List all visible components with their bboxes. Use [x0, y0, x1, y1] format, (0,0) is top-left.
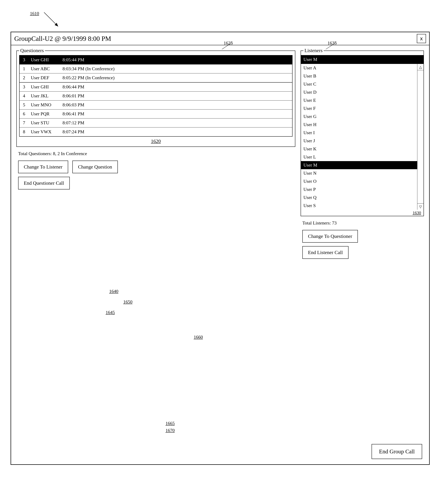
listener-item[interactable]: User A: [301, 64, 417, 72]
end-group-call-button[interactable]: End Group Call: [372, 444, 422, 459]
listener-item[interactable]: User N: [301, 169, 417, 177]
annot-1650: 1650: [123, 299, 132, 305]
end-group-call-area: End Group Call: [372, 444, 422, 459]
listener-item[interactable]: User B: [301, 72, 417, 80]
listener-item[interactable]: User E: [301, 96, 417, 104]
main-dialog: GroupCall-U2 @ 9/9/1999 8:00 PM x Questi…: [11, 32, 430, 465]
listener-item[interactable]: User J: [301, 137, 417, 145]
scroll-up-button[interactable]: △: [417, 64, 424, 70]
annot-1625: 1625: [224, 40, 233, 46]
change-to-questioner-button[interactable]: Change To Questioner: [302, 230, 358, 243]
questioner-buttons-row2: End Questioner Call: [16, 177, 295, 190]
svg-line-0: [44, 12, 58, 26]
listener-list: User AUser BUser CUser DUser EUser FUser…: [301, 64, 417, 210]
listener-item[interactable]: User S: [301, 202, 417, 210]
questioner-row[interactable]: 5 User MNO 8:06:03 PM: [20, 101, 292, 110]
annot-1635: 1635: [328, 40, 337, 46]
questioners-table: 3 User GHI 8:05:44 PM 1 User ABC 8:03:34…: [20, 56, 292, 136]
total-questioners: Total Questioners: 8, 2 In Conference: [16, 150, 295, 157]
listener-scroll-area: User AUser BUser CUser DUser EUser FUser…: [301, 64, 424, 210]
questioner-row[interactable]: 8 User VWX 8:07:24 PM: [20, 128, 292, 136]
main-content: Questioners 3 User GHI 8:05:44 PM 1 User…: [11, 45, 429, 463]
questioner-row[interactable]: 3 User GHI 8:05:44 PM: [20, 56, 292, 64]
questioner-row[interactable]: 2 User DEF 8:05:22 PM (In Conference): [20, 73, 292, 83]
questioner-row[interactable]: 4 User JKL 8:06:01 PM: [20, 92, 292, 101]
questioners-list-box: 3 User GHI 8:05:44 PM 1 User ABC 8:03:34…: [19, 55, 293, 137]
annot-1645: 1645: [106, 310, 115, 315]
listener-buttons-row2: End Listener Call: [301, 246, 424, 259]
questioner-row[interactable]: 1 User ABC 8:03:34 PM (In Conference): [20, 64, 292, 73]
listeners-section: Listeners User M User AUser BUser CUser …: [301, 50, 424, 216]
annot-1670: 1670: [166, 428, 175, 433]
annot-1640: 1640: [109, 289, 118, 294]
left-panel: Questioners 3 User GHI 8:05:44 PM 1 User…: [16, 50, 295, 460]
questioner-buttons-row1: Change To Listener Change Question: [16, 160, 295, 173]
questioners-label: Questioners: [19, 48, 45, 53]
listener-item[interactable]: User O: [301, 177, 417, 185]
close-button[interactable]: x: [417, 34, 426, 43]
listener-item[interactable]: User K: [301, 145, 417, 153]
title-bar: GroupCall-U2 @ 9/9/1999 8:00 PM x: [11, 32, 429, 45]
questioner-row[interactable]: 3 User GHI 8:06:44 PM: [20, 82, 292, 92]
listener-item[interactable]: User C: [301, 80, 417, 88]
listener-item[interactable]: User H: [301, 121, 417, 129]
listener-item[interactable]: User D: [301, 88, 417, 96]
end-listener-call-button[interactable]: End Listener Call: [302, 246, 349, 259]
scroll-bar: △ ▽: [417, 64, 424, 210]
end-questioner-call-button[interactable]: End Questioner Call: [18, 177, 70, 190]
listener-item[interactable]: User G: [301, 112, 417, 121]
svg-marker-1: [55, 23, 58, 26]
arrow-1610: [42, 11, 64, 32]
listener-item[interactable]: User Q: [301, 193, 417, 202]
listener-top-selected: User M: [301, 55, 424, 64]
listener-item[interactable]: User P: [301, 185, 417, 193]
dialog-title: GroupCall-U2 @ 9/9/1999 8:00 PM: [14, 35, 111, 42]
listeners-label: Listeners: [304, 48, 324, 53]
ref-1610: 1610: [30, 11, 39, 16]
ref-1620: 1620: [19, 138, 293, 144]
questioners-section: Questioners 3 User GHI 8:05:44 PM 1 User…: [16, 50, 295, 147]
annot-1660: 1660: [194, 335, 203, 340]
change-question-button[interactable]: Change Question: [72, 160, 118, 173]
listener-item[interactable]: User L: [301, 153, 417, 161]
ref-1630: 1630: [413, 210, 421, 215]
questioner-row[interactable]: 7 User STU 8:07:12 PM: [20, 119, 292, 128]
listener-buttons-row1: Change To Questioner: [301, 230, 424, 243]
questioner-row[interactable]: 6 User PQR 8:06:41 PM: [20, 110, 292, 119]
listener-item[interactable]: User I: [301, 129, 417, 137]
listener-item[interactable]: User F: [301, 104, 417, 112]
right-panel: Listeners User M User AUser BUser CUser …: [301, 50, 424, 460]
ref-1630-area: 1630: [301, 210, 424, 216]
listener-item[interactable]: User M: [301, 161, 417, 169]
scroll-down-button[interactable]: ▽: [417, 203, 424, 210]
change-to-listener-button[interactable]: Change To Listener: [18, 160, 68, 173]
annot-1665: 1665: [166, 421, 175, 426]
total-listeners: Total Listeners: 73: [301, 220, 424, 226]
